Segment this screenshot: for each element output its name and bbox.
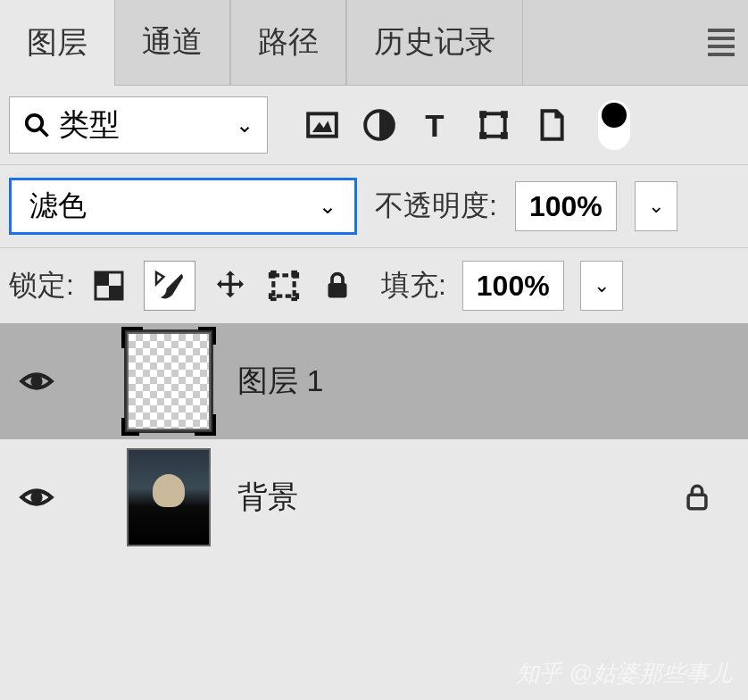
filter-row: 类型 ⌄ T [0, 86, 748, 164]
layer-list: 图层 1 背景 [0, 323, 748, 555]
blend-mode-value: 滤色 [29, 187, 87, 226]
tab-layers[interactable]: 图层 [0, 0, 114, 86]
svg-text:T: T [425, 108, 444, 142]
svg-point-24 [30, 375, 42, 387]
filter-shape-icon[interactable] [475, 106, 512, 144]
svg-rect-8 [501, 111, 508, 118]
layer-thumbnail[interactable] [127, 448, 211, 546]
search-icon [23, 112, 50, 138]
watermark: 知乎 @姑婆那些事儿 [516, 658, 732, 689]
tab-paths[interactable]: 路径 [230, 0, 346, 86]
lock-all-icon[interactable] [319, 267, 356, 304]
filter-type-layer-icon[interactable]: T [418, 106, 455, 144]
lock-position-icon[interactable] [212, 267, 249, 304]
filter-toggle[interactable] [598, 100, 630, 150]
svg-rect-23 [328, 283, 346, 298]
filter-type-label: 类型 [59, 104, 120, 146]
svg-marker-3 [312, 121, 332, 132]
filter-adjustment-icon[interactable] [361, 106, 398, 144]
layer-lock-indicator [682, 482, 712, 512]
fill-label: 填充: [381, 266, 446, 305]
filter-smartobject-icon[interactable] [532, 106, 569, 144]
svg-line-1 [40, 129, 48, 137]
fill-value[interactable]: 100% [462, 261, 564, 311]
svg-rect-12 [96, 272, 109, 286]
tab-channels[interactable]: 通道 [114, 0, 230, 86]
svg-rect-9 [479, 132, 486, 139]
svg-rect-26 [688, 495, 706, 509]
layer-name[interactable]: 图层 1 [237, 361, 323, 402]
svg-rect-10 [501, 132, 508, 139]
svg-rect-13 [109, 286, 122, 299]
filter-icon-group: T [303, 100, 630, 150]
layer-name[interactable]: 背景 [237, 477, 298, 518]
tab-spacer [523, 0, 694, 86]
panel-menu-button[interactable] [694, 0, 748, 86]
opacity-value[interactable]: 100% [515, 181, 617, 231]
tab-history[interactable]: 历史记录 [346, 0, 523, 86]
hamburger-icon [708, 29, 735, 56]
layer-row[interactable]: 图层 1 [0, 323, 748, 439]
opacity-label: 不透明度: [375, 187, 497, 226]
blend-row: 滤色 ⌄ 不透明度: 100% ⌄ [0, 164, 748, 248]
svg-rect-7 [479, 111, 486, 118]
chevron-down-icon: ⌄ [319, 194, 337, 219]
lock-row: 锁定: 填充: 100% ⌄ [0, 248, 748, 323]
panel-tabs: 图层 通道 路径 历史记录 [0, 0, 748, 86]
visibility-toggle[interactable] [18, 362, 55, 400]
chevron-down-icon: ⌄ [236, 112, 253, 138]
lock-label: 锁定: [9, 266, 74, 305]
layer-row[interactable]: 背景 [0, 439, 748, 555]
eye-icon [19, 479, 54, 515]
filter-pixel-icon[interactable] [303, 106, 341, 144]
layer-thumbnail[interactable] [127, 332, 211, 430]
opacity-dropdown[interactable]: ⌄ [635, 181, 677, 231]
lock-icon [682, 482, 712, 512]
eye-icon [19, 363, 54, 399]
svg-rect-2 [308, 113, 337, 136]
visibility-toggle[interactable] [18, 479, 55, 516]
lock-brush-icon[interactable] [144, 261, 195, 311]
fill-dropdown[interactable]: ⌄ [580, 261, 623, 311]
svg-point-0 [27, 115, 43, 131]
svg-point-25 [30, 491, 42, 503]
toggle-knob [602, 103, 627, 128]
filter-type-select[interactable]: 类型 ⌄ [9, 96, 268, 154]
lock-transparency-icon[interactable] [90, 267, 128, 304]
svg-rect-14 [273, 275, 294, 296]
blend-mode-select[interactable]: 滤色 ⌄ [9, 178, 357, 235]
lock-artboard-icon[interactable] [265, 267, 303, 304]
